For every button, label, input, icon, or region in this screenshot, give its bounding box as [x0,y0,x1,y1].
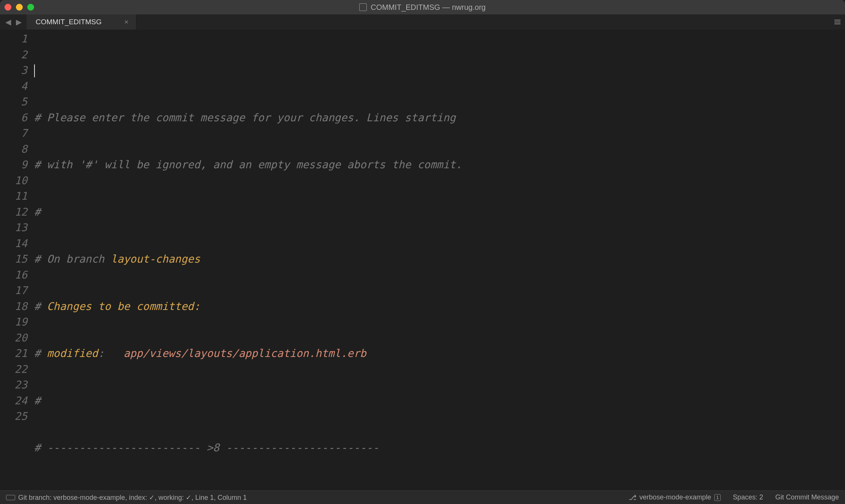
traffic-lights [5,4,34,11]
line-number: 25 [0,409,27,424]
line-number: 12 [0,204,27,220]
line-number: 14 [0,236,27,252]
line-number: 3 [0,63,27,78]
line-number: 4 [0,78,27,94]
panel-icon[interactable] [6,495,15,500]
line-number: 9 [0,157,27,173]
code-line [34,63,845,78]
line-number: 22 [0,362,27,377]
status-branch-count: 1 [714,494,721,501]
code-line: # On branch layout-changes [34,251,845,267]
code-line: # Changes to be committed: [34,299,845,315]
line-number: 24 [0,393,27,409]
status-spaces[interactable]: Spaces: 2 [733,493,763,501]
status-right: ⎇ verbose-mode-example 1 Spaces: 2 Git C… [629,493,839,502]
code-line: # modified: app/views/layouts/applicatio… [34,346,845,362]
line-number: 16 [0,267,27,283]
line-number: 6 [0,110,27,126]
line-number: 2 [0,47,27,63]
editor[interactable]: 1 2 3 4 5 6 7 8 9 10 11 12 13 14 15 16 1… [0,30,845,490]
line-number: 10 [0,173,27,189]
document-icon [359,3,367,11]
status-syntax[interactable]: Git Commit Message [775,493,839,501]
close-icon[interactable]: × [124,18,128,26]
window-title: COMMIT_EDITMSG — nwrug.org [0,3,845,12]
tab-menu-button[interactable] [830,14,845,30]
code-area[interactable]: # Please enter the commit message for yo… [34,30,845,490]
line-number: 23 [0,377,27,393]
nav-forward-button[interactable]: ▶ [14,17,23,27]
code-line: # ------------------------ >8 ----------… [34,440,845,456]
status-branch-name: verbose-mode-example [640,493,711,501]
line-number: 11 [0,188,27,204]
line-number: 13 [0,220,27,236]
status-git-info[interactable]: Git branch: verbose-mode-example, index:… [18,493,247,502]
hamburger-icon [834,20,840,24]
maximize-button[interactable] [27,4,34,11]
nav-back-button[interactable]: ◀ [3,17,13,27]
line-number: 7 [0,125,27,141]
text-cursor [34,64,35,77]
line-number: 17 [0,283,27,299]
code-line: # Do not modify or remove the line above… [34,487,845,491]
code-line: # with '#' will be ignored, and an empty… [34,157,845,173]
tab-navigation: ◀ ▶ [0,14,27,30]
tabs-container: COMMIT_EDITMSG × [27,14,830,30]
line-number: 1 [0,31,27,47]
status-bar: Git branch: verbose-mode-example, index:… [0,490,845,504]
line-number: 5 [0,94,27,110]
close-button[interactable] [5,4,11,11]
tab-label: COMMIT_EDITMSG [36,18,102,26]
status-branch[interactable]: ⎇ verbose-mode-example 1 [629,493,721,502]
line-number: 15 [0,251,27,267]
window-title-text: COMMIT_EDITMSG — nwrug.org [371,3,485,12]
code-line: # [34,393,845,409]
line-number: 19 [0,314,27,330]
window-titlebar: COMMIT_EDITMSG — nwrug.org [0,0,845,14]
tab-commit-editmsg[interactable]: COMMIT_EDITMSG × [27,14,136,30]
line-gutter: 1 2 3 4 5 6 7 8 9 10 11 12 13 14 15 16 1… [0,30,34,490]
line-number: 18 [0,299,27,315]
line-number: 8 [0,141,27,157]
code-line: # Please enter the commit message for yo… [34,110,845,126]
minimize-button[interactable] [16,4,23,11]
code-line: # [34,204,845,220]
status-left: Git branch: verbose-mode-example, index:… [6,493,629,502]
line-number: 21 [0,346,27,362]
git-branch-icon: ⎇ [629,493,637,502]
tab-bar: ◀ ▶ COMMIT_EDITMSG × [0,14,845,30]
line-number: 20 [0,330,27,346]
